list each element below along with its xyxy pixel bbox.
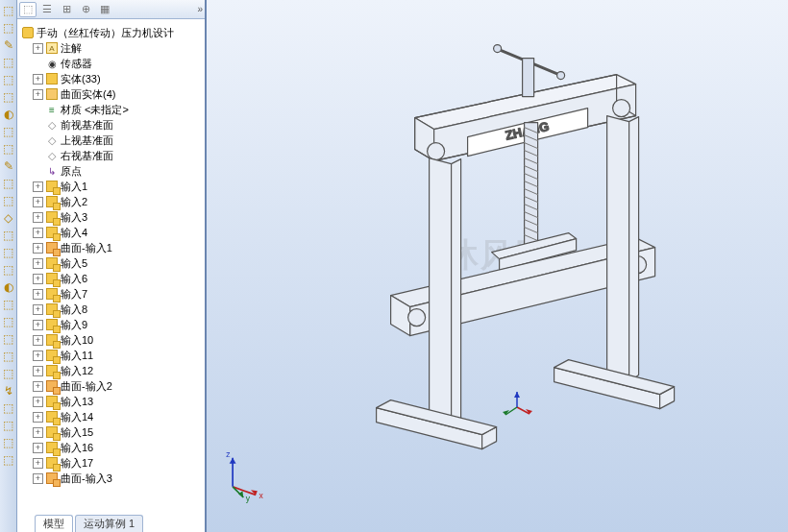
- left-tool-icon[interactable]: ⬚: [1, 366, 16, 381]
- tree-item-label: 输入4: [61, 226, 87, 240]
- left-tool-icon[interactable]: ⬚: [1, 331, 16, 347]
- expand-icon[interactable]: +: [33, 335, 43, 346]
- tree-item[interactable]: +输入16: [21, 440, 203, 455]
- tree-item[interactable]: ◇前视基准面: [21, 117, 203, 133]
- expand-icon[interactable]: +: [33, 212, 43, 223]
- left-tool-icon[interactable]: ✎: [1, 37, 16, 53]
- expand-icon[interactable]: +: [33, 427, 43, 438]
- left-tool-icon[interactable]: ◇: [1, 210, 16, 226]
- tree-item[interactable]: +曲面-输入1: [21, 240, 203, 255]
- left-tool-icon[interactable]: ⬚: [1, 262, 16, 278]
- left-tool-icon[interactable]: ↯: [1, 383, 16, 399]
- viewport-3d[interactable]: 沐风网 ZHANG: [207, 0, 788, 532]
- expand-icon[interactable]: +: [33, 366, 43, 376]
- left-tool-icon[interactable]: ⬚: [1, 400, 16, 416]
- expand-icon[interactable]: +: [33, 381, 43, 392]
- left-tool-icon[interactable]: ⬚: [1, 452, 16, 468]
- left-tool-icon[interactable]: ⬚: [1, 72, 16, 87]
- svg-point-7: [493, 45, 501, 53]
- tab-display[interactable]: ▦: [96, 2, 113, 17]
- left-tool-icon[interactable]: ⬚: [1, 141, 16, 157]
- tree-item[interactable]: ◇右视基准面: [21, 148, 203, 163]
- left-tool-icon[interactable]: ◐: [1, 279, 16, 295]
- expand-icon[interactable]: +: [33, 458, 43, 469]
- tree-item-label: 曲面实体(4): [61, 87, 115, 102]
- feature-tree[interactable]: 手动（丝杠传动）压力机设计 +A注解◉传感器+实体(33)+曲面实体(4)≡材质…: [17, 19, 205, 532]
- tree-item[interactable]: +曲面-输入2: [21, 378, 203, 394]
- expand-icon[interactable]: +: [33, 443, 43, 453]
- tree-item[interactable]: +输入1: [21, 179, 203, 194]
- expand-icon[interactable]: +: [33, 304, 43, 315]
- expand-icon[interactable]: +: [33, 351, 43, 361]
- left-tool-icon[interactable]: ✎: [1, 158, 16, 174]
- expand-icon[interactable]: +: [33, 181, 43, 192]
- expand-icon[interactable]: +: [33, 74, 43, 85]
- left-tool-icon[interactable]: ⬚: [1, 124, 16, 139]
- tree-item[interactable]: +输入9: [21, 317, 203, 332]
- tree-item[interactable]: +输入10: [21, 332, 203, 348]
- imported-body-icon: [46, 396, 58, 407]
- tree-item[interactable]: +输入8: [21, 302, 203, 317]
- left-tool-icon[interactable]: ⬚: [1, 349, 16, 364]
- left-tool-icon[interactable]: ⬚: [1, 297, 16, 312]
- tree-item[interactable]: ≡材质 <未指定>: [21, 102, 203, 117]
- tree-item[interactable]: +输入5: [21, 255, 203, 271]
- expand-icon[interactable]: +: [33, 197, 43, 207]
- expand-icon[interactable]: +: [33, 473, 43, 484]
- tab-motion-study[interactable]: 运动算例 1: [75, 515, 143, 532]
- tab-dim[interactable]: ⊕: [77, 2, 94, 17]
- tree-item[interactable]: ◇上视基准面: [21, 133, 203, 148]
- imported-body-icon: [46, 426, 58, 438]
- expand-icon[interactable]: +: [33, 274, 43, 284]
- tree-item[interactable]: +曲面实体(4): [21, 86, 203, 102]
- left-tool-icon[interactable]: ⬚: [1, 245, 16, 260]
- tree-item[interactable]: +曲面-输入3: [21, 471, 203, 486]
- expand-icon[interactable]: +: [33, 320, 43, 330]
- tree-item[interactable]: +输入7: [21, 286, 203, 302]
- tree-item[interactable]: +输入6: [21, 271, 203, 286]
- tree-item-label: 前视基准面: [61, 118, 113, 133]
- tab-config[interactable]: ⊞: [58, 2, 75, 17]
- expand-icon[interactable]: +: [33, 228, 43, 238]
- svg-point-33: [407, 309, 425, 326]
- tree-item-label: 曲面-输入2: [61, 379, 112, 394]
- tree-item-label: 输入6: [61, 272, 87, 286]
- expand-icon[interactable]: +: [33, 243, 43, 254]
- expand-icon[interactable]: +: [33, 89, 43, 100]
- left-tool-icon[interactable]: ⬚: [1, 89, 16, 105]
- tab-property[interactable]: ☰: [38, 2, 56, 17]
- tree-item[interactable]: +输入4: [21, 225, 203, 240]
- tree-item[interactable]: +输入3: [21, 209, 203, 225]
- left-tool-icon[interactable]: ⬚: [1, 55, 16, 70]
- tree-item[interactable]: +实体(33): [21, 71, 203, 86]
- left-tool-icon[interactable]: ◐: [1, 107, 16, 122]
- tree-item[interactable]: +输入13: [21, 394, 203, 409]
- tree-item[interactable]: ↳原点: [21, 163, 203, 179]
- left-tool-icon[interactable]: ⬚: [1, 3, 16, 18]
- expand-icon[interactable]: +: [33, 397, 43, 407]
- left-tool-icon[interactable]: ⬚: [1, 418, 16, 433]
- tree-item[interactable]: +输入15: [21, 424, 203, 440]
- tree-item[interactable]: +输入12: [21, 363, 203, 378]
- left-tool-icon[interactable]: ⬚: [1, 228, 16, 243]
- expand-icon[interactable]: +: [33, 289, 43, 300]
- tree-item[interactable]: +输入17: [21, 455, 203, 471]
- tab-feature-tree[interactable]: ⬚: [19, 2, 37, 17]
- tree-item[interactable]: +A注解: [21, 40, 203, 56]
- expand-icon[interactable]: +: [33, 412, 43, 423]
- tab-model[interactable]: 模型: [35, 515, 73, 532]
- tree-item[interactable]: +输入14: [21, 409, 203, 424]
- tree-item[interactable]: ◉传感器: [21, 56, 203, 71]
- left-tool-icon[interactable]: ⬚: [1, 314, 16, 329]
- expand-icon[interactable]: +: [33, 43, 43, 54]
- expand-icon[interactable]: +: [33, 258, 43, 269]
- tree-root-node[interactable]: 手动（丝杠传动）压力机设计: [21, 25, 203, 40]
- left-tool-icon[interactable]: ⬚: [1, 193, 16, 208]
- panel-arrow-icon[interactable]: »: [197, 4, 203, 14]
- left-tool-icon[interactable]: ⬚: [1, 176, 16, 191]
- tree-item[interactable]: +输入2: [21, 194, 203, 209]
- annotation-icon: A: [46, 42, 58, 54]
- left-tool-icon[interactable]: ⬚: [1, 435, 16, 450]
- left-tool-icon[interactable]: ⬚: [1, 20, 16, 36]
- tree-item[interactable]: +输入11: [21, 348, 203, 363]
